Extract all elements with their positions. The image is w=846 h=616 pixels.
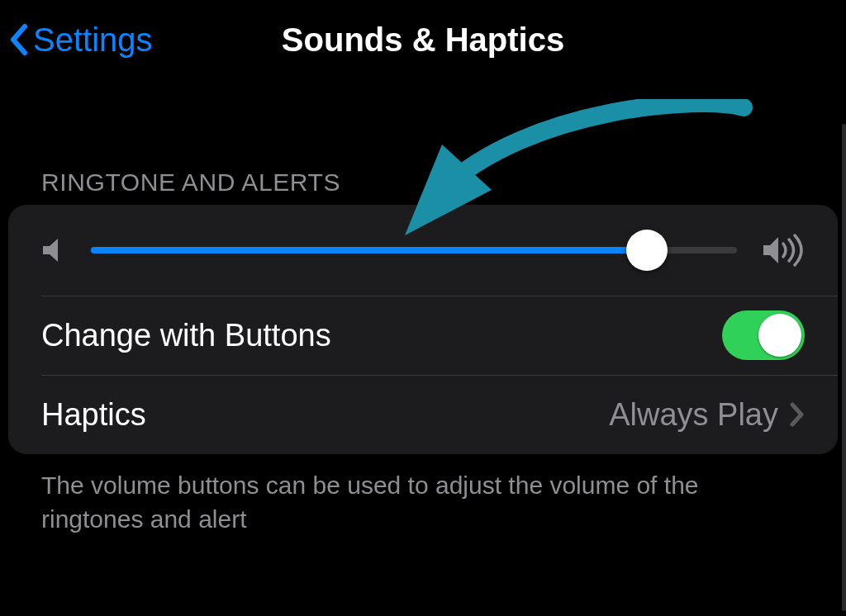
haptics-label: Haptics [41, 397, 609, 433]
back-label: Settings [33, 21, 153, 59]
section-header: RINGTONE AND ALERTS [41, 168, 805, 197]
chevron-right-icon [790, 402, 805, 427]
haptics-value: Always Play [609, 397, 778, 433]
settings-group: Change with Buttons Haptics Always Play [8, 205, 838, 454]
scrollbar[interactable] [842, 124, 846, 611]
change-with-buttons-row[interactable]: Change with Buttons [8, 296, 838, 375]
page-title: Sounds & Haptics [282, 21, 564, 59]
ringer-volume-slider[interactable] [91, 230, 737, 271]
slider-fill [91, 247, 647, 254]
nav-bar: Settings Sounds & Haptics [0, 0, 846, 79]
ringer-volume-row [8, 205, 838, 296]
slider-thumb[interactable] [626, 230, 668, 271]
section-footer: The volume buttons can be used to adjust… [41, 469, 805, 536]
haptics-row[interactable]: Haptics Always Play [8, 375, 838, 454]
change-with-buttons-toggle[interactable] [722, 310, 805, 360]
volume-low-icon [41, 236, 66, 264]
volume-high-icon [762, 234, 805, 267]
back-button[interactable]: Settings [8, 0, 153, 79]
change-with-buttons-label: Change with Buttons [41, 318, 722, 353]
chevron-left-icon [8, 23, 28, 56]
toggle-knob [758, 314, 801, 357]
